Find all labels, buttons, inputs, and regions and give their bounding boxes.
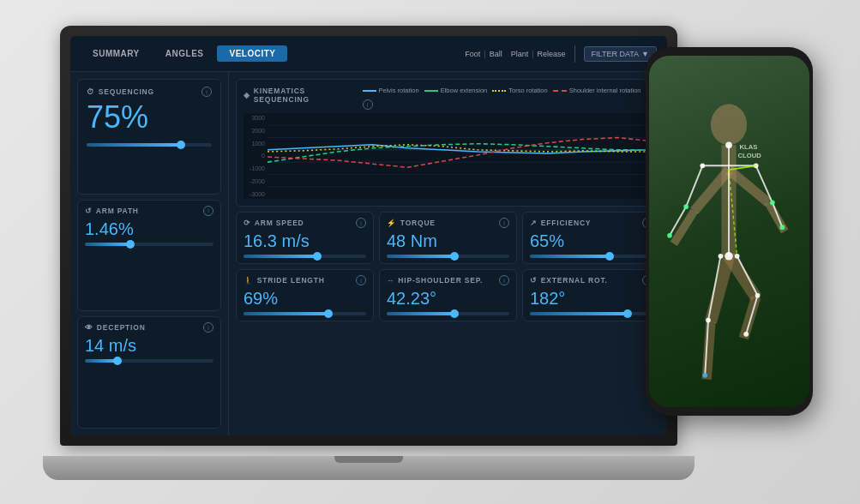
kinematics-info[interactable]: i [363, 99, 373, 110]
svg-text:KLAS: KLAS [739, 143, 757, 151]
torque-thumb[interactable] [450, 252, 459, 261]
kinematics-card: ◈ KINEMATICS SEQUENCING Pelvis rotation [236, 79, 660, 207]
deception-title: 👁 DECEPTION [85, 323, 146, 332]
arm-speed-info[interactable]: i [356, 218, 366, 228]
athlete-skeleton: KLAS CLOUD [649, 56, 809, 407]
stride-thumb[interactable] [324, 309, 333, 318]
sequencing-value: 75% [87, 100, 212, 135]
foot-label: Foot [465, 50, 480, 58]
right-panel: ◈ KINEMATICS SEQUENCING Pelvis rotation [229, 72, 667, 435]
sequencing-title: ⏱ SEQUENCING [87, 87, 154, 96]
arm-speed-title: ⟳ ARM SPEED [244, 219, 304, 227]
stride-header: 🚶 STRIDE LENGTH i [244, 275, 366, 285]
ext-rot-value: 182° [530, 289, 653, 309]
arm-speed-progress [244, 255, 366, 258]
arm-path-thumb[interactable] [126, 240, 135, 249]
stride-title: 🚶 STRIDE LENGTH [244, 276, 325, 285]
svg-point-27 [725, 141, 732, 148]
stride-length-card: 🚶 STRIDE LENGTH i 69% [236, 269, 374, 321]
svg-point-30 [683, 204, 689, 209]
filter-button[interactable]: FILTER DATA ▼ [584, 46, 657, 62]
kinematics-title: ◈ KINEMATICS SEQUENCING [244, 87, 363, 104]
efficiency-title: ↗ EFFICIENCY [530, 219, 591, 227]
svg-line-13 [674, 211, 695, 243]
sequencing-info-icon[interactable]: i [201, 87, 212, 97]
legend-shoulder: Shoulder internal rotation [553, 87, 641, 94]
svg-point-31 [667, 233, 672, 238]
arm-path-title: ↺ ARM PATH [85, 207, 139, 215]
sequencing-card: ⏱ SEQUENCING i 75% [77, 79, 221, 195]
arm-speed-header: ⟳ ARM SPEED i [244, 218, 366, 228]
tab-angles[interactable]: ANGLES [153, 45, 216, 62]
hip-shoulder-value: 42.23° [387, 289, 509, 309]
chevron-down-icon: ▼ [641, 50, 649, 58]
sequencing-thumb[interactable] [177, 141, 185, 149]
hip-shoulder-card: ↔ HIP-SHOULDER SEP. i 42.23° [379, 269, 517, 321]
arm-path-header: ↺ ARM PATH i [85, 206, 213, 216]
sequencing-header: ⏱ SEQUENCING i [87, 87, 212, 97]
stride-icon: 🚶 [244, 276, 254, 285]
svg-point-34 [719, 254, 724, 259]
svg-line-10 [729, 256, 756, 297]
laptop-screen: SUMMARY ANGLES VELOCITY Foot | Ball P [70, 36, 667, 435]
bottom-metrics: 🚶 STRIDE LENGTH i 69% [236, 269, 660, 321]
release-label: Release [538, 50, 566, 58]
divider [574, 45, 575, 63]
deception-thumb[interactable] [113, 357, 122, 365]
stride-info[interactable]: i [356, 275, 366, 285]
hip-shoulder-thumb[interactable] [450, 309, 459, 318]
svg-point-36 [706, 318, 711, 323]
laptop: SUMMARY ANGLES VELOCITY Foot | Ball P [43, 26, 695, 480]
efficiency-progress [530, 255, 653, 258]
arm-path-icon: ↺ [85, 207, 93, 215]
torque-info[interactable]: i [499, 218, 509, 228]
efficiency-thumb[interactable] [605, 252, 614, 261]
foot-plant-info2: Plant | Release [511, 50, 566, 58]
stride-value: 69% [244, 289, 366, 309]
arm-path-info[interactable]: i [203, 206, 213, 216]
ext-rot-thumb[interactable] [623, 309, 632, 318]
chart-header: ◈ KINEMATICS SEQUENCING Pelvis rotation [244, 87, 653, 110]
ext-rot-icon: ↺ [530, 276, 538, 285]
arm-speed-thumb[interactable] [313, 252, 322, 261]
top-bar-right: Foot | Ball Plant | Release F [465, 45, 657, 63]
svg-point-32 [770, 201, 775, 206]
foot-plant-info: Foot | Ball [465, 50, 502, 58]
arm-speed-icon: ⟳ [244, 219, 251, 227]
clock-icon: ⏱ [87, 87, 95, 96]
chart-legend: Pelvis rotation Elbow extension [363, 87, 653, 110]
legend-torso: Torso rotation [492, 87, 547, 94]
phone-bg: KLAS CLOUD [649, 56, 809, 407]
tab-summary[interactable]: SUMMARY [81, 45, 152, 62]
deception-info[interactable]: i [203, 322, 213, 333]
svg-point-38 [755, 293, 761, 298]
svg-point-6 [711, 104, 747, 145]
sequencing-progress [87, 143, 212, 147]
torque-header: ⚡ TORQUE i [387, 218, 509, 228]
legend-elbow: Elbow extension [424, 87, 488, 94]
scene: SUMMARY ANGLES VELOCITY Foot | Ball P [0, 0, 860, 504]
sequencing-progress-fill [87, 143, 181, 147]
y-axis: 3000 2000 1000 0 -1000 -2000 -3000 [244, 113, 268, 199]
arm-path-card: ↺ ARM PATH i 1.46% [77, 200, 221, 312]
dashboard: SUMMARY ANGLES VELOCITY Foot | Ball P [70, 36, 667, 435]
svg-point-37 [702, 373, 707, 378]
hip-shoulder-progress [387, 312, 509, 315]
arm-speed-card: ⟳ ARM SPEED i 16.3 m/s [236, 212, 374, 264]
tabs: SUMMARY ANGLES VELOCITY [81, 45, 287, 62]
deception-header: 👁 DECEPTION i [85, 322, 213, 333]
hip-shoulder-title: ↔ HIP-SHOULDER SEP. [387, 276, 483, 285]
efficiency-card: ↗ EFFICIENCY i 65% [522, 212, 660, 264]
deception-value: 14 m/s [85, 336, 213, 356]
ext-rot-header: ↺ EXTERNAL ROT. i [530, 275, 653, 285]
svg-point-33 [779, 225, 785, 230]
ext-rot-title: ↺ EXTERNAL ROT. [530, 276, 608, 285]
ext-rot-progress [530, 312, 653, 315]
phone-screen: KLAS CLOUD [649, 56, 809, 407]
tab-velocity[interactable]: VELOCITY [217, 45, 287, 62]
chart-svg [268, 113, 653, 199]
svg-point-28 [700, 163, 705, 168]
hip-shoulder-info[interactable]: i [499, 275, 509, 285]
svg-point-39 [743, 332, 749, 337]
filter-label: FILTER DATA [592, 50, 640, 58]
